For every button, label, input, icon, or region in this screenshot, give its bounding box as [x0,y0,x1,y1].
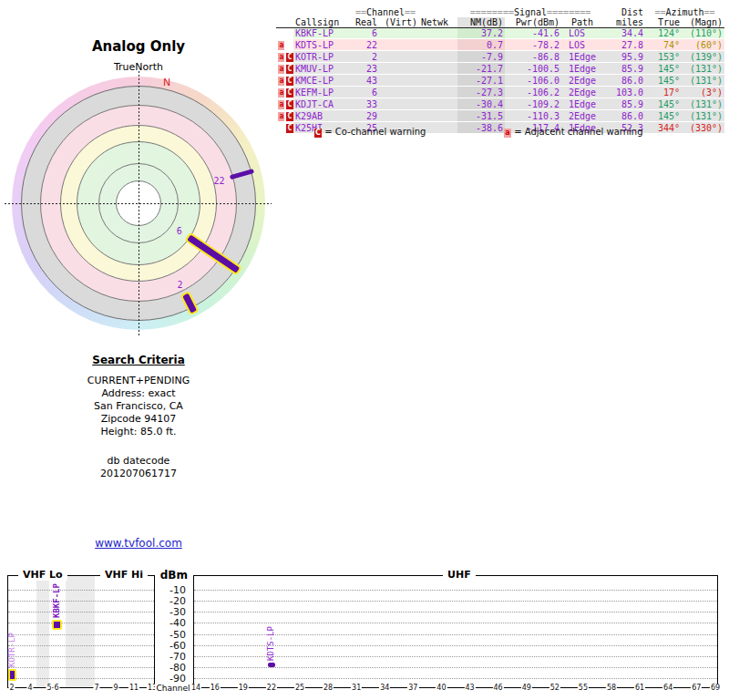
magnetic-azimuth-cell: (131°) [682,63,724,75]
distance-cell: 85.9 [603,98,645,110]
adjacent-legend-text: = Adjacent channel warning [514,127,642,137]
adjacent-warning-icon: a [278,53,284,62]
col-netwk: Netwk [419,17,457,28]
warn-c-cell: C [284,63,293,75]
path-cell: LOS [561,39,603,51]
magnetic-azimuth-cell: (3°) [682,87,724,98]
station-row: aKDTS-LP220.7-78.2LOS27.874°(60°) [276,39,724,51]
nm-db-cell: -21.7 [457,63,505,75]
spectrum-bar-label: KDTS-LP [266,626,275,661]
gridline [8,678,154,679]
col-magn: (Magn) [682,17,724,28]
dbm-tick-label: -40 [159,617,186,629]
channel-tick-label: 9 [112,684,118,692]
criteria-line: Zipcode 94107 [29,413,248,426]
distance-cell: 85.9 [603,63,645,75]
channel-tick-label: 61 [634,684,645,692]
col-nm: NM(dB) [457,17,505,28]
channel-axis-label: Channel [155,684,191,693]
power-dbm-cell: -106.2 [505,87,561,98]
gridline [194,678,717,679]
channel-tick-label: 4 [26,684,33,692]
network-cell [419,98,457,110]
warn-a-cell: a [276,51,284,63]
warn-c-cell: C [284,87,293,98]
tvfool-link[interactable]: www.tvfool.com [95,537,182,550]
gridline [8,590,154,591]
search-criteria-lines: CURRENT+PENDINGAddress: exactSan Francis… [29,375,248,438]
warn-c-cell: C [284,75,293,87]
co-channel-legend-text: = Co-channel warning [324,127,426,137]
dbm-tick-label: -50 [159,629,186,641]
channel-tick-label: 16 [210,684,221,692]
network-cell [419,51,457,63]
channel-tick-label: 49 [521,684,532,692]
power-dbm-cell: -41.6 [505,28,561,39]
criteria-line: San Francisco, CA [29,400,248,413]
gridline [8,612,154,612]
spectrum-bar-KBKF-LP [52,620,62,630]
radar-title: Analog Only [0,38,277,55]
real-channel-cell: 2 [352,51,379,63]
co-channel-warning-icon: C [314,129,322,138]
warn-a-cell [276,28,284,39]
band-label-vhf-hi: VHF Hi [100,569,148,581]
channel-tick-label: 67 [691,684,702,692]
criteria-line: CURRENT+PENDING [29,375,248,387]
db-datecode: db datecode201207061717 [29,455,248,480]
warn-a-cell: a [276,75,284,87]
real-channel-cell: 22 [352,39,379,51]
search-criteria-title: Search Criteria [29,354,248,366]
true-azimuth-cell: 344° [645,122,682,134]
station-row: KBKF-LP637.2-41.6LOS34.4124°(110°) [276,28,724,39]
callsign-cell: KMCE-LP [293,75,352,87]
path-cell: 1Edge [561,63,603,75]
gridline [194,623,717,623]
col-pwr: Pwr(dBm) [505,17,561,28]
station-table: ==Channel== ========Signal======== Dist … [276,7,724,134]
magnetic-azimuth-cell: (330°) [682,122,724,134]
power-dbm-cell: -106.0 [505,75,561,87]
magnetic-azimuth-cell: (131°) [682,98,724,110]
real-channel-cell: 43 [352,75,379,87]
dbm-tick-label: -60 [159,640,186,652]
warn-c-cell: C [284,122,293,134]
virt-channel-cell [379,39,419,51]
station-row: aCKMCE-LP43-27.1-106.02Edge86.0145°(131°… [276,75,724,87]
real-channel-cell: 29 [352,110,379,122]
search-criteria: Search Criteria CURRENT+PENDINGAddress: … [29,354,248,480]
callsign-cell: KMUV-LP [293,63,352,75]
nm-db-cell: -7.9 [457,51,505,63]
virt-channel-cell [379,110,419,122]
virt-channel-cell [379,28,419,39]
dbm-axis-label: dBm [157,569,188,582]
dbm-tick-label: -20 [159,595,186,607]
nm-db-cell: -27.1 [457,75,505,87]
channel-tick-label: 40 [436,684,447,692]
col-virt: (Virt) [379,17,419,28]
co-channel-warning-icon: C [286,100,293,109]
gridline [8,645,154,646]
channel-tick-label: 7 [93,684,99,692]
true-azimuth-cell: 145° [645,75,682,87]
spectrum-bar-KOTR-LP [8,669,16,681]
callsign-cell: KDTS-LP [293,39,352,51]
warn-c-cell: C [284,110,293,122]
channel-tick-label: 46 [493,684,504,692]
warn-a-cell: a [276,110,284,122]
channel-tick-label: 37 [407,684,418,692]
radar-north-label: N [163,77,170,88]
gridline [194,590,717,591]
criteria-line: Address: exact [29,387,248,400]
callsign-cell: KEFM-LP [293,87,352,98]
warn-a-cell: a [276,98,284,110]
channel-tick-label: 2 [8,684,15,692]
network-cell [419,87,457,98]
callsign-cell: KOTR-LP [293,51,352,63]
network-cell [419,75,457,87]
co-channel-warning-icon: C [286,77,293,86]
nm-db-cell: -38.6 [457,122,505,134]
adjacent-warning-icon: a [278,100,284,109]
col-callsign: Callsign [293,17,352,28]
channel-tick-label: 28 [323,684,334,692]
